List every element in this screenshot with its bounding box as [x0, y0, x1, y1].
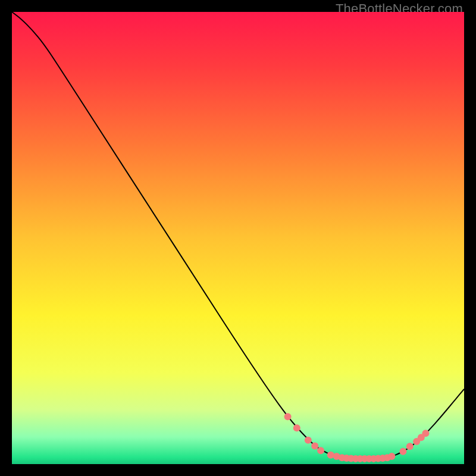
data-point	[311, 443, 318, 450]
chart-svg	[12, 12, 464, 464]
data-point	[399, 448, 406, 455]
data-point	[284, 413, 292, 420]
chart-background	[12, 12, 464, 464]
data-point	[293, 424, 300, 431]
data-point	[422, 430, 429, 437]
data-point	[406, 443, 414, 450]
chart-frame	[12, 12, 464, 464]
data-point	[388, 453, 395, 460]
data-point	[317, 447, 324, 454]
data-point	[305, 437, 312, 444]
